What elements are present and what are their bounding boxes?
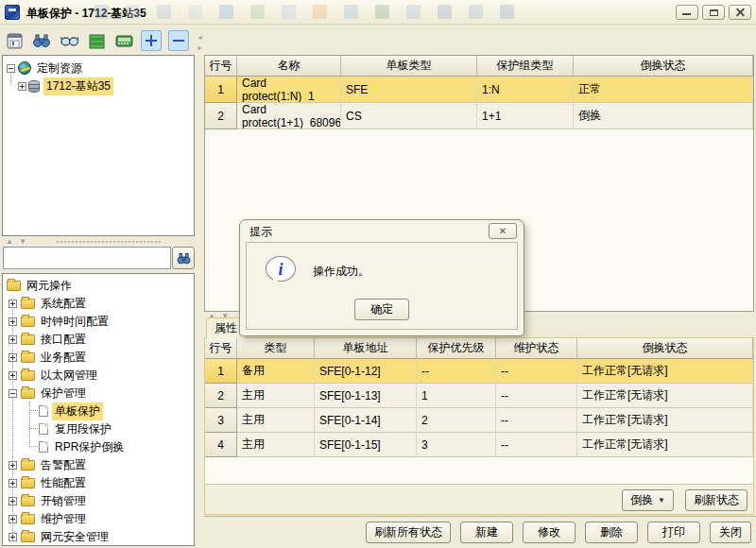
ok-button[interactable]: 确定 — [354, 299, 409, 320]
expand-box-icon[interactable] — [9, 353, 17, 362]
cell-maintenance-status[interactable]: -- — [496, 359, 577, 384]
tree-item-ethernet-mgmt[interactable]: 以太网管理 — [38, 367, 100, 385]
col-header-priority[interactable]: 保护优先级 — [417, 338, 496, 359]
cell-board-type[interactable]: SFE — [341, 77, 477, 103]
close-button[interactable] — [729, 5, 751, 20]
close-dialog-window-button[interactable]: 关闭 — [710, 522, 751, 543]
tree-item-overhead-mgmt[interactable]: 开销管理 — [38, 492, 89, 510]
collapse-box-icon[interactable] — [7, 64, 15, 73]
cell-type[interactable]: 主用 — [237, 408, 315, 433]
expand-box-icon[interactable] — [9, 300, 17, 308]
expand-box-icon[interactable] — [9, 335, 17, 344]
splitter-updown-icon[interactable]: ▲ ▼ — [6, 237, 28, 246]
cell-maintenance-status[interactable]: -- — [496, 433, 577, 457]
splitter-left-icon[interactable]: ◄ — [197, 34, 203, 41]
cell-name[interactable]: Card protect(1+1)_68096 — [237, 103, 341, 129]
search-button[interactable] — [172, 247, 195, 269]
expand-box-icon[interactable] — [9, 371, 17, 380]
cell-type[interactable]: 主用 — [237, 433, 315, 457]
col-header-group-type[interactable]: 保护组类型 — [477, 56, 574, 77]
row-number[interactable]: 3 — [205, 408, 237, 433]
cell-priority[interactable]: 3 — [417, 433, 496, 457]
minus-icon[interactable] — [168, 30, 189, 51]
col-header-maintenance-status[interactable]: 维护状态 — [496, 338, 577, 359]
list-view-icon[interactable] — [86, 30, 107, 51]
maximize-button[interactable] — [702, 5, 725, 20]
expand-box-icon[interactable] — [9, 479, 17, 488]
col-header-board-address[interactable]: 单板地址 — [315, 338, 417, 359]
col-header-row-no[interactable]: 行号 — [205, 338, 237, 359]
minimize-button[interactable] — [676, 5, 698, 20]
cell-priority[interactable]: 2 — [417, 408, 496, 433]
col-header-name[interactable]: 名称 — [237, 56, 341, 77]
cell-switch-status[interactable]: 倒换 — [574, 103, 753, 129]
row-number[interactable]: 1 — [205, 77, 237, 103]
cell-type[interactable]: 主用 — [237, 384, 315, 408]
cell-board-address[interactable]: SFE[0-1-12] — [315, 359, 417, 384]
table-row[interactable]: 2 主用 SFE[0-1-13] 1 -- 工作正常[无请求] — [205, 384, 753, 408]
cell-maintenance-status[interactable]: -- — [496, 408, 577, 433]
expand-box-icon[interactable] — [9, 461, 17, 470]
switch-button[interactable]: 倒换 ▼ — [622, 489, 674, 511]
tree-item-rpr-protection[interactable]: RPR保护倒换 — [52, 438, 127, 456]
splitter-right-icon[interactable]: ► — [197, 44, 203, 51]
tree-item-station[interactable]: 1712-基站35 — [43, 77, 113, 95]
tree-item-board-protection[interactable]: 单板保护 — [52, 402, 103, 420]
expand-box-icon[interactable] — [18, 82, 26, 91]
dialog-close-button[interactable]: ✕ — [489, 223, 517, 239]
refresh-all-status-button[interactable]: 刷新所有状态 — [366, 522, 451, 543]
tree-item-interface-config[interactable]: 接口配置 — [38, 331, 89, 349]
expand-box-icon[interactable] — [9, 515, 17, 523]
cell-board-address[interactable]: SFE[0-1-15] — [315, 433, 417, 457]
cell-switch-status[interactable]: 正常 — [574, 77, 753, 103]
print-button[interactable]: 打印 — [647, 522, 700, 543]
search-input[interactable] — [3, 247, 171, 269]
cell-group-type[interactable]: 1+1 — [477, 103, 574, 129]
col-header-switch-status[interactable]: 倒换状态 — [577, 338, 753, 359]
refresh-status-button[interactable]: 刷新状态 — [685, 489, 747, 511]
expand-box-icon[interactable] — [9, 533, 17, 541]
delete-button[interactable]: 删除 — [585, 522, 638, 543]
tree-item-performance-config[interactable]: 性能配置 — [38, 474, 89, 492]
cell-board-address[interactable]: SFE[0-1-14] — [315, 408, 417, 433]
cell-switch-status[interactable]: 工作正常[无请求] — [577, 384, 753, 408]
vertical-splitter[interactable]: ◄ ► — [195, 28, 204, 546]
tree-item-protection-mgmt[interactable]: 保护管理 — [38, 385, 89, 402]
table-row[interactable]: 1 Card protect(1:N)_1 SFE 1:N 正常 — [205, 77, 753, 103]
col-header-row-no[interactable]: 行号 — [205, 56, 237, 77]
plus-icon[interactable] — [141, 30, 162, 51]
glasses-icon[interactable] — [59, 30, 79, 51]
col-header-type[interactable]: 类型 — [237, 338, 315, 359]
cell-priority[interactable]: -- — [417, 359, 496, 384]
table-row[interactable]: 1 备用 SFE[0-1-12] -- -- 工作正常[无请求] — [205, 359, 753, 384]
cell-board-type[interactable]: CS — [341, 103, 477, 129]
tree-item-service-config[interactable]: 业务配置 — [38, 349, 89, 367]
tree-item-ne-operations[interactable]: 网元操作 — [24, 277, 75, 295]
cell-switch-status[interactable]: 工作正常[无请求] — [577, 408, 753, 433]
col-header-board-type[interactable]: 单板类型 — [341, 56, 477, 77]
save-icon[interactable] — [4, 30, 25, 51]
table-row[interactable]: 3 主用 SFE[0-1-14] 2 -- 工作正常[无请求] — [205, 408, 753, 433]
expand-box-icon[interactable] — [9, 497, 17, 505]
tree-item-maintenance-mgmt[interactable]: 维护管理 — [38, 510, 89, 528]
tree-item-ms-protection[interactable]: 复用段保护 — [52, 420, 114, 438]
col-header-switch-status[interactable]: 倒换状态 — [574, 56, 753, 77]
new-button[interactable]: 新建 — [460, 522, 513, 543]
tree-item-ne-security-mgmt[interactable]: 网元安全管理 — [38, 528, 112, 546]
cell-board-address[interactable]: SFE[0-1-13] — [315, 384, 417, 408]
table-row[interactable]: 2 Card protect(1+1)_68096 CS 1+1 倒换 — [205, 103, 753, 129]
tree-item-alarm-config[interactable]: 告警配置 — [38, 456, 89, 474]
row-number[interactable]: 2 — [205, 384, 237, 408]
cell-switch-status[interactable]: 工作正常[无请求] — [577, 433, 753, 457]
row-number[interactable]: 1 — [205, 359, 237, 384]
row-number[interactable]: 2 — [205, 103, 237, 129]
cell-group-type[interactable]: 1:N — [477, 77, 574, 103]
cell-switch-status[interactable]: 工作正常[无请求] — [577, 359, 753, 384]
splitter-grip[interactable] — [57, 241, 161, 243]
cell-type[interactable]: 备用 — [237, 359, 315, 384]
cell-name[interactable]: Card protect(1:N)_1 — [237, 77, 341, 103]
row-number[interactable]: 4 — [205, 433, 237, 457]
left-horizontal-splitter[interactable]: ▲ ▼ — [2, 237, 195, 246]
tree-item-custom-resources[interactable]: 定制资源 — [34, 60, 85, 77]
cell-priority[interactable]: 1 — [417, 384, 496, 408]
